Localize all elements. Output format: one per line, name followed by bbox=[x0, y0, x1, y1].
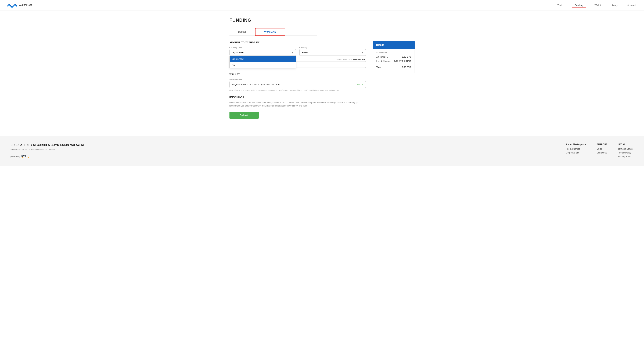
footer-link-fee-charges[interactable]: Fee & Charges bbox=[566, 148, 586, 150]
tab-deposit[interactable]: Deposit bbox=[230, 28, 255, 35]
footer-link-terms[interactable]: Terms of Service bbox=[618, 148, 634, 150]
footer-link-corporate-site[interactable]: Corporate Site bbox=[566, 152, 586, 154]
valid-badge: valid ✓ bbox=[357, 83, 363, 86]
footer-col-about-title: About Marketplace bbox=[566, 143, 586, 146]
currency-type-group: Currency Type Digital Asset Fiat ▼ Digit… bbox=[230, 46, 296, 56]
footer-regulated: REGULATED BY SECURITIES COMMISSION MALAY… bbox=[10, 143, 556, 147]
tab-withdrawal[interactable]: Withdrawal bbox=[255, 28, 286, 36]
svg-text:aws: aws bbox=[21, 155, 26, 157]
powered-by-text: powered by bbox=[10, 155, 20, 157]
footer: REGULATED BY SECURITIES COMMISSION MALAY… bbox=[0, 136, 644, 166]
nav-wallet[interactable]: Wallet bbox=[593, 3, 602, 7]
form-section: AMOUNT TO WITHDRAW Currency Type Digital… bbox=[230, 41, 415, 119]
details-amount-value: 0.00 BTC bbox=[402, 56, 411, 58]
details-row-total: Total 0.00 BTC bbox=[376, 66, 411, 68]
details-summary-label: SUMMARY bbox=[376, 51, 411, 54]
currency-type-dropdown: Digital Asset Fiat bbox=[230, 56, 296, 68]
currency-type-select[interactable]: Digital Asset Fiat bbox=[230, 49, 296, 56]
details-total-label: Total bbox=[376, 66, 381, 68]
currency-group: Currency Bitcoin ▼ bbox=[299, 46, 366, 56]
currency-type-select-wrapper: Digital Asset Fiat ▼ bbox=[230, 49, 296, 56]
nav-funding[interactable]: Funding bbox=[572, 3, 586, 7]
details-amount-label: Amount BTC bbox=[376, 56, 388, 58]
currency-type-label: Currency Type bbox=[230, 46, 296, 48]
nav-account[interactable]: Account bbox=[626, 3, 637, 7]
details-row-amount: Amount BTC 0.00 BTC bbox=[376, 56, 411, 58]
details-panel: Details SUMMARY Amount BTC 0.00 BTC Fee … bbox=[373, 41, 415, 73]
footer-col-legal-title: LEGAL bbox=[618, 143, 634, 146]
dropdown-item-digital-asset[interactable]: Digital Asset bbox=[230, 56, 296, 62]
footer-col-support: SUPPORT Guide Contact Us bbox=[597, 143, 608, 159]
logo: MARKETPLACE bbox=[7, 2, 32, 8]
details-fee-value: 0.00 BTC (0.00%) bbox=[394, 60, 411, 62]
current-balance-value: 0.08560650 BTC bbox=[351, 58, 366, 61]
footer-link-contact[interactable]: Contact Us bbox=[597, 152, 608, 154]
wallet-address-row: valid ✓ bbox=[230, 81, 366, 88]
footer-col-about: About Marketplace Fee & Charges Corporat… bbox=[566, 143, 586, 159]
footer-link-privacy[interactable]: Privacy Policy bbox=[618, 152, 634, 154]
dropdown-item-fiat[interactable]: Fiat bbox=[230, 62, 296, 68]
tabs-row: Deposit Withdrawal bbox=[230, 28, 317, 36]
important-title: IMPORTANT bbox=[230, 95, 366, 98]
nav: Trade Funding Wallet History Account bbox=[556, 3, 637, 7]
footer-inner: REGULATED BY SECURITIES COMMISSION MALAY… bbox=[10, 143, 634, 159]
nav-history[interactable]: History bbox=[609, 3, 619, 7]
wallet-address-input[interactable] bbox=[232, 83, 364, 86]
wallet-note: Note: Please ensure the wallet address e… bbox=[230, 89, 366, 91]
amount-section-title: AMOUNT TO WITHDRAW bbox=[230, 41, 366, 44]
currency-row: Currency Type Digital Asset Fiat ▼ Digit… bbox=[230, 46, 366, 56]
footer-link-trading-rules[interactable]: Trading Rules bbox=[618, 155, 634, 158]
footer-cols: About Marketplace Fee & Charges Corporat… bbox=[566, 143, 634, 159]
details-fee-label: Fee & Charges bbox=[376, 60, 390, 62]
currency-select[interactable]: Bitcoin bbox=[299, 49, 366, 56]
important-section: IMPORTANT Blockchain transactions are ir… bbox=[230, 95, 366, 108]
details-body: SUMMARY Amount BTC 0.00 BTC Fee & Charge… bbox=[373, 49, 415, 73]
logo-text: MARKETPLACE bbox=[19, 4, 32, 6]
wallet-section: WALLET Wallet Address valid ✓ Note: Plea… bbox=[230, 73, 366, 91]
aws-logo-icon: aws bbox=[21, 154, 30, 159]
currency-select-wrapper: Bitcoin ▼ bbox=[299, 49, 366, 56]
logo-icon bbox=[7, 2, 18, 8]
footer-operator: Digital Asset Exchange Recognised Market… bbox=[10, 148, 556, 150]
page-title: FUNDING bbox=[230, 17, 415, 23]
submit-button[interactable]: Submit bbox=[230, 112, 259, 119]
currency-label: Currency bbox=[299, 46, 366, 48]
footer-link-guide[interactable]: Guide bbox=[597, 148, 608, 150]
footer-col-support-title: SUPPORT bbox=[597, 143, 608, 146]
details-row-fee: Fee & Charges 0.00 BTC (0.00%) bbox=[376, 60, 411, 62]
form-left: AMOUNT TO WITHDRAW Currency Type Digital… bbox=[230, 41, 366, 119]
wallet-address-label: Wallet Address bbox=[230, 78, 366, 80]
main-content: FUNDING Deposit Withdrawal AMOUNT TO WIT… bbox=[226, 10, 418, 129]
important-text: Blockchain transactions are irreversible… bbox=[230, 101, 366, 108]
footer-col-legal: LEGAL Terms of Service Privacy Policy Tr… bbox=[618, 143, 634, 159]
nav-trade[interactable]: Trade bbox=[556, 3, 564, 7]
footer-aws: powered by aws bbox=[10, 154, 556, 159]
header: MARKETPLACE Trade Funding Wallet History… bbox=[0, 0, 644, 10]
details-header: Details bbox=[373, 41, 415, 49]
details-total-value: 0.00 BTC bbox=[402, 66, 411, 68]
footer-left: REGULATED BY SECURITIES COMMISSION MALAY… bbox=[10, 143, 556, 159]
current-balance-label: Current Balance: bbox=[336, 58, 350, 61]
wallet-section-title: WALLET bbox=[230, 73, 366, 76]
